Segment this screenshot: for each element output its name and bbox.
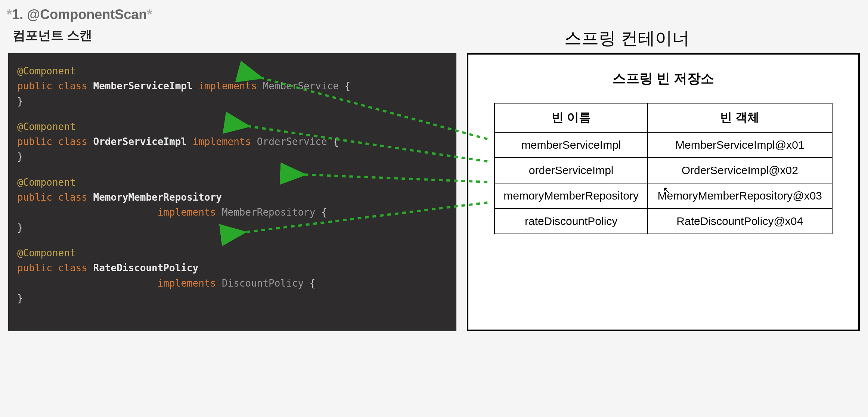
code-snippet: @Component public class OrderServiceImpl…: [17, 119, 447, 164]
table-row: memberServiceImplMemberServiceImpl@x01: [495, 132, 832, 158]
bean-name-cell: memoryMemberRepository: [495, 183, 648, 208]
heading-number: 1.: [12, 7, 23, 22]
table-row: rateDiscountPolicyRateDiscountPolicy@x04: [495, 208, 832, 234]
bean-name-cell: rateDiscountPolicy: [495, 208, 648, 234]
code-snippet: @Component public class RateDiscountPoli…: [17, 245, 447, 306]
col-bean-obj: 빈 객체: [648, 103, 832, 132]
heading-suffix: *: [147, 7, 152, 22]
code-panel: @Component public class MemberServiceImp…: [8, 53, 456, 331]
heading-title: @ComponentScan: [27, 7, 147, 22]
bean-store-title: 스프링 빈 저장소: [613, 70, 714, 88]
col-bean-name: 빈 이름: [495, 103, 648, 132]
bean-name-cell: orderServiceImpl: [495, 158, 648, 183]
bean-obj-cell: OrderServiceImpl@x02: [648, 158, 832, 183]
bean-obj-cell: MemoryMemberRepository@x03: [648, 183, 832, 208]
bean-table: 빈 이름 빈 객체 memberServiceImplMemberService…: [494, 103, 832, 234]
bean-obj-cell: RateDiscountPolicy@x04: [648, 208, 832, 234]
code-snippet: @Component public class MemoryMemberRepo…: [17, 175, 447, 235]
panels: @Component public class MemberServiceImp…: [4, 53, 864, 331]
table-header-row: 빈 이름 빈 객체: [495, 103, 832, 132]
table-row: memoryMemberRepositoryMemoryMemberReposi…: [495, 183, 832, 208]
right-title: 스프링 컨테이너: [399, 27, 855, 50]
left-subtitle: 컴포넌트 스캔: [13, 27, 92, 50]
table-row: orderServiceImplOrderServiceImpl@x02: [495, 158, 832, 183]
bean-name-cell: memberServiceImpl: [495, 132, 648, 158]
heading-prefix: *: [7, 7, 12, 22]
code-snippet: @Component public class MemberServiceImp…: [17, 64, 447, 109]
page-heading: *1. @ComponentScan*: [4, 4, 864, 27]
bean-obj-cell: MemberServiceImpl@x01: [648, 132, 832, 158]
spring-container-panel: 스프링 빈 저장소 빈 이름 빈 객체 memberServiceImplMem…: [467, 53, 860, 331]
